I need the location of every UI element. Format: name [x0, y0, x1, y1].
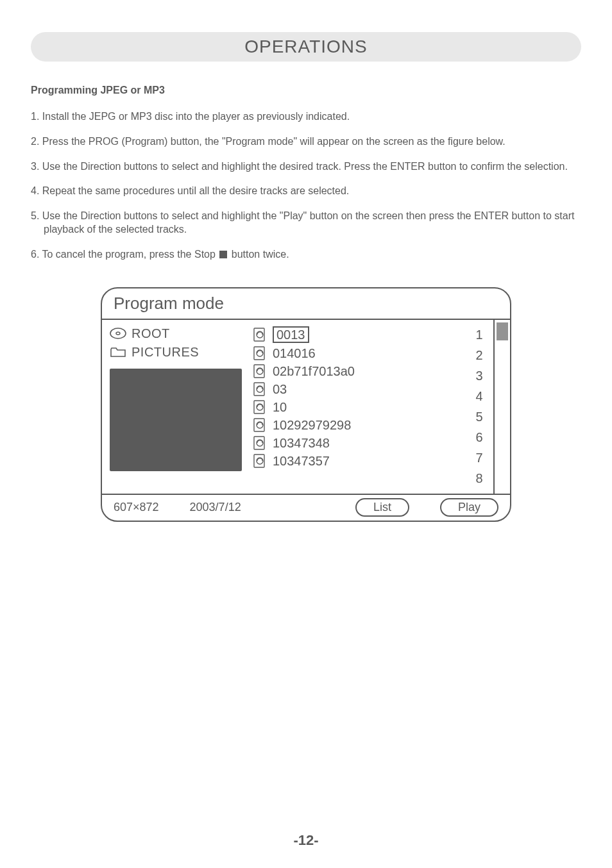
panel-title: Program mode — [102, 288, 510, 320]
instruction-3: 3. Use the Direction buttons to select a… — [31, 160, 581, 174]
image-file-icon — [253, 346, 269, 360]
index-number: 4 — [475, 388, 482, 405]
file-row[interactable]: 0013 — [253, 326, 461, 343]
page-number: -12- — [0, 832, 612, 849]
svg-point-1 — [116, 332, 120, 335]
tree-folder-label: PICTURES — [132, 345, 199, 360]
section-title: Programming JPEG or MP3 — [31, 85, 581, 96]
image-file-icon — [253, 400, 269, 414]
image-file-icon — [253, 382, 269, 396]
file-row[interactable]: 03 — [253, 382, 461, 397]
file-row[interactable]: 10292979298 — [253, 418, 461, 433]
index-number: 7 — [475, 449, 482, 467]
index-number: 6 — [475, 429, 482, 446]
instruction-6-prefix: 6. To cancel the program, press the Stop — [31, 249, 218, 260]
tree-root[interactable]: ROOT — [110, 326, 242, 341]
file-row[interactable]: 10347357 — [253, 454, 461, 469]
file-list: 0013 014016 02b71f7013a0 — [250, 320, 465, 494]
instruction-1: 1. Install the JEPG or MP3 disc into the… — [31, 110, 581, 124]
instruction-6-suffix: button twice. — [228, 249, 289, 260]
file-name: 10292979298 — [273, 418, 351, 433]
file-name: 014016 — [273, 346, 316, 361]
folder-icon — [110, 346, 126, 358]
program-mode-panel: Program mode ROOT — [101, 287, 511, 522]
image-file-icon — [253, 436, 269, 450]
preview-thumbnail — [110, 369, 242, 471]
folder-tree: ROOT PICTURES — [102, 320, 250, 494]
svg-point-0 — [110, 328, 126, 338]
file-name: 10 — [273, 400, 287, 415]
instruction-list: 1. Install the JEPG or MP3 disc into the… — [31, 110, 581, 262]
image-date: 2003/7/12 — [190, 501, 241, 514]
instruction-4: 4. Repeat the same procedures until all … — [31, 185, 581, 198]
index-number: 8 — [475, 470, 482, 487]
scrollbar[interactable] — [493, 320, 510, 494]
image-file-icon — [253, 454, 269, 468]
file-name: 10347357 — [273, 454, 330, 469]
header-bar: OPERATIONS — [31, 32, 581, 62]
index-number: 2 — [475, 347, 482, 364]
index-column: 1 2 3 4 5 6 7 8 — [465, 320, 493, 494]
disc-icon — [110, 328, 126, 339]
image-file-icon — [253, 364, 269, 378]
file-name: 02b71f7013a0 — [273, 364, 355, 379]
index-number: 3 — [475, 367, 482, 385]
file-name: 03 — [273, 382, 287, 397]
instruction-6: 6. To cancel the program, press the Stop… — [31, 248, 581, 262]
scrollbar-thumb[interactable] — [497, 322, 508, 340]
file-row[interactable]: 014016 — [253, 346, 461, 361]
list-button[interactable]: List — [355, 498, 409, 517]
image-dimensions: 607×872 — [114, 501, 159, 514]
image-file-icon — [253, 328, 269, 342]
instruction-2: 2. Press the PROG (Program) button, the … — [31, 135, 581, 149]
panel-footer: 607×872 2003/7/12 List Play — [102, 494, 510, 521]
index-number: 5 — [475, 408, 482, 426]
file-name: 0013 — [273, 326, 309, 343]
file-row[interactable]: 02b71f7013a0 — [253, 364, 461, 379]
page-title: OPERATIONS — [244, 37, 368, 57]
file-row[interactable]: 10 — [253, 400, 461, 415]
tree-root-label: ROOT — [132, 326, 170, 341]
instruction-5: 5. Use the Direction buttons to select a… — [31, 210, 581, 237]
index-number: 1 — [475, 326, 482, 344]
file-row[interactable]: 10347348 — [253, 436, 461, 451]
tree-folder-pictures[interactable]: PICTURES — [110, 345, 242, 360]
stop-icon — [219, 251, 227, 258]
image-file-icon — [253, 418, 269, 432]
play-button[interactable]: Play — [440, 498, 498, 517]
file-name: 10347348 — [273, 436, 330, 451]
